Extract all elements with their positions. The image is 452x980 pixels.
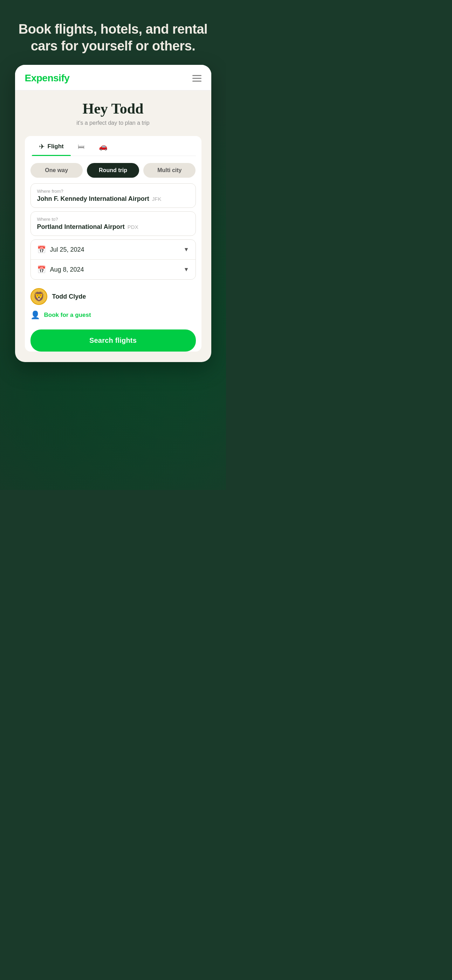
search-flights-button[interactable]: Search flights [30,329,196,352]
from-label: Where from? [37,189,189,194]
expensify-logo: Expensify [25,73,70,84]
tabs-container: ✈ Flight 🛏 🚗 One way Round trip Multi ci… [25,136,202,352]
return-calendar-icon: 📅 [37,265,46,274]
tab-car[interactable]: 🚗 [92,136,115,156]
tab-hotel[interactable]: 🛏 [71,136,92,156]
from-field[interactable]: Where from? John F. Kennedy Internationa… [30,183,196,208]
traveler-row: 🦁 Todd Clyde [30,288,196,305]
menu-line-1 [193,75,202,76]
to-airport-name: Portland International Airport [37,223,125,231]
card-header: Expensify [15,65,211,91]
guest-row: 👤 Book for a guest [30,310,196,320]
hotel-tab-icon: 🛏 [78,143,85,151]
depart-calendar-icon: 📅 [37,245,46,254]
flight-tab-icon: ✈ [39,142,45,151]
card-body: Hey Todd it's a perfect day to plan a tr… [15,91,211,352]
hamburger-menu-button[interactable] [193,75,202,82]
from-airport-code: JFK [152,196,162,202]
one-way-button[interactable]: One way [30,163,83,178]
return-chevron-icon: ▼ [184,266,189,273]
flight-tab-label: Flight [48,143,64,150]
return-date-picker[interactable]: 📅 Aug 8, 2024 ▼ [31,259,196,279]
menu-line-2 [193,78,202,79]
person-icon: 👤 [30,310,40,320]
round-trip-button[interactable]: Round trip [87,163,139,178]
depart-chevron-icon: ▼ [184,247,189,253]
traveler-avatar: 🦁 [30,288,47,305]
avatar-emoji: 🦁 [33,292,45,301]
from-airport-name: John F. Kennedy International Airport [37,195,149,203]
to-airport-code: PDX [127,224,138,230]
greeting-title: Hey Todd [25,100,202,117]
traveler-section: 🦁 Todd Clyde 👤 Book for a guest [30,281,196,323]
tab-row: ✈ Flight 🛏 🚗 [30,136,196,156]
book-for-guest-link[interactable]: Book for a guest [44,312,91,318]
main-card: Expensify Hey Todd it's a perfect day to… [15,65,211,362]
date-group: 📅 Jul 25, 2024 ▼ 📅 Aug 8, 2024 ▼ [30,239,196,280]
to-value: Portland International Airport PDX [37,223,189,231]
menu-line-3 [193,81,202,82]
depart-date-value: Jul 25, 2024 [50,246,184,253]
to-label: Where to? [37,216,189,222]
depart-date-picker[interactable]: 📅 Jul 25, 2024 ▼ [31,240,196,259]
to-field[interactable]: Where to? Portland International Airport… [30,212,196,236]
traveler-name: Todd Clyde [52,293,86,301]
greeting-subtitle: it's a perfect day to plan a trip [25,120,202,126]
trip-type-row: One way Round trip Multi city [30,156,196,183]
multi-city-button[interactable]: Multi city [143,163,196,178]
from-value: John F. Kennedy International Airport JF… [37,195,189,203]
return-date-value: Aug 8, 2024 [50,266,184,274]
car-tab-icon: 🚗 [99,142,108,151]
tab-flight[interactable]: ✈ Flight [32,136,71,156]
hero-text: Book flights, hotels, and rental cars fo… [0,21,226,54]
